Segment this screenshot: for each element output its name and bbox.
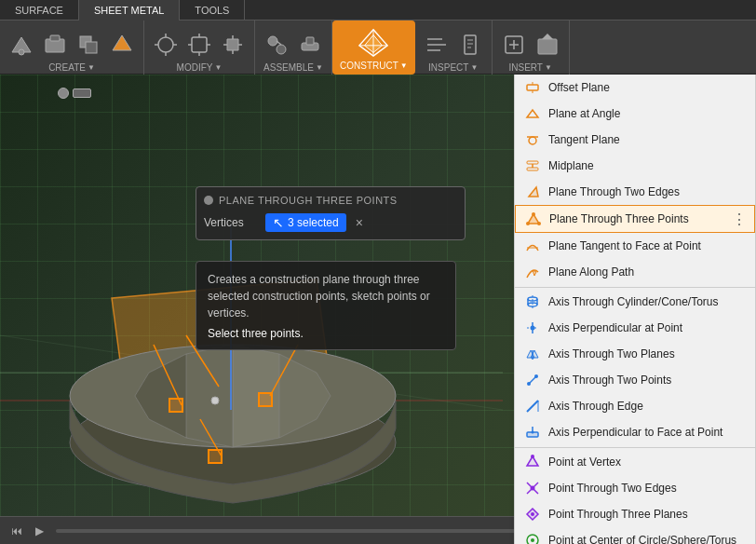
insert-icon-2[interactable] [532,29,563,61]
timeline-back-btn[interactable]: ⏮ [7,522,26,540]
construct-menu: Offset Plane Plane at Angle Tangent Plan… [514,75,756,544]
svg-point-79 [531,486,535,491]
axis-perp-face-icon [524,424,541,441]
menu-label-axis-perp-point: Axis Perpendicular at Point [548,321,682,334]
svg-rect-39 [209,450,222,463]
menu-label-midplane: Midplane [548,159,594,172]
menu-item-midplane[interactable]: Midplane [515,153,755,179]
menu-item-plane-three-points[interactable]: Plane Through Three Points ⋮ [515,205,755,233]
svg-point-53 [537,222,541,225]
tab-sheet-metal[interactable]: SHEET METAL [79,0,180,20]
midplane-icon [524,157,541,174]
menu-label-axis-two-points: Axis Through Two Points [548,374,671,387]
menu-item-tangent-plane[interactable]: Tangent Plane [515,127,755,153]
menu-item-axis-two-points[interactable]: Axis Through Two Points [515,367,755,393]
tooltip-box: Creates a construction plane through thr… [196,261,456,350]
menu-item-axis-edge[interactable]: Axis Through Edge [515,393,755,419]
svg-rect-47 [527,168,538,170]
menu-label-plane-along-path: Plane Along Path [548,265,634,279]
dialog-selected-text: 3 selected [288,216,339,229]
menu-item-plane-two-edges[interactable]: Plane Through Two Edges [515,179,755,205]
svg-point-76 [531,455,534,458]
svg-point-74 [532,431,534,434]
move-icon-3[interactable] [217,29,249,61]
menu-item-axis-perp-face[interactable]: Axis Perpendicular to Face at Point [515,419,755,445]
plane-three-points-more-icon[interactable]: ⋮ [732,211,747,228]
assemble-icon-2[interactable] [294,29,326,61]
move-icon-1[interactable] [150,29,182,61]
point-two-edges-icon [524,480,541,496]
menu-label-tangent-plane: Tangent Plane [548,133,620,146]
modify-dropdown-arrow: ▼ [214,63,222,72]
construct-dropdown-arrow: ▼ [400,61,408,70]
menu-item-axis-cyl[interactable]: Axis Through Cylinder/Cone/Torus [515,287,755,315]
create-icon-3[interactable] [73,29,104,61]
svg-line-69 [529,376,536,384]
axis-cyl-icon [524,293,541,310]
menu-label-axis-cyl: Axis Through Cylinder/Cone/Torus [548,295,719,308]
svg-point-83 [531,538,534,542]
svg-point-44 [529,137,536,144]
toolbar-group-inspect: INSPECT ▼ [415,20,493,75]
tab-tools[interactable]: TOOLS [180,0,245,20]
dialog-header: PLANE THROUGH THREE POINTS [204,195,457,206]
menu-label-point-three-planes: Point Through Three Planes [548,508,688,521]
axis-two-planes-icon [524,346,541,362]
assemble-dropdown-arrow: ▼ [316,63,323,72]
create-icon-2[interactable] [39,29,71,61]
create-icon-1[interactable] [6,29,37,61]
svg-rect-41 [527,85,538,90]
menu-label-point-vertex: Point at Vertex [548,456,621,469]
toolbar-group-move: MODIFY ▼ [144,20,255,75]
point-center-icon [524,532,541,544]
menu-item-axis-perp-point[interactable]: Axis Perpendicular at Point [515,315,755,341]
svg-marker-25 [542,34,553,39]
move-icon-2[interactable] [183,29,215,61]
assemble-label[interactable]: ASSEMBLE ▼ [263,62,323,73]
dialog-close-button[interactable]: × [356,215,363,230]
menu-label-point-two-edges: Point Through Two Edges [548,482,677,495]
menu-item-point-center[interactable]: Point at Center of Circle/Sphere/Torus [515,527,755,544]
tab-surface[interactable]: SURFACE [0,0,79,20]
svg-marker-49 [529,187,538,197]
menu-item-point-two-edges[interactable]: Point Through Two Edges [515,475,755,501]
assemble-icon-1[interactable] [261,29,292,61]
menu-item-plane-along-path[interactable]: Plane Along Path [515,259,755,285]
dialog-title: PLANE THROUGH THREE POINTS [219,195,398,206]
menu-item-axis-two-planes[interactable]: Axis Through Two Planes [515,341,755,367]
insert-label[interactable]: INSERT ▼ [508,62,551,73]
inspect-icon-1[interactable] [421,29,452,61]
svg-line-70 [527,401,538,412]
menu-item-offset-plane[interactable]: Offset Plane [515,75,755,101]
menu-item-plane-tangent-face[interactable]: Plane Tangent to Face at Point [515,233,755,259]
svg-rect-7 [192,37,207,52]
menu-label-axis-two-planes: Axis Through Two Planes [548,347,675,360]
dialog-dot [204,196,213,205]
dialog-row-label: Vertices [204,216,260,229]
tooltip-instruction: Select three points. [208,327,444,340]
create-label[interactable]: CREATE ▼ [48,62,95,73]
inspect-label[interactable]: INSPECT ▼ [428,62,478,73]
insert-icon-1[interactable] [498,29,530,61]
menu-item-point-vertex[interactable]: Point at Vertex [515,447,755,475]
svg-rect-11 [306,37,314,45]
timeline-play-btn[interactable]: ▶ [30,522,48,540]
dialog-value-box[interactable]: ↖ 3 selected [265,213,346,232]
axis-perp-point-icon [524,320,541,336]
create-icon-4[interactable] [106,29,138,61]
menu-item-plane-angle[interactable]: Plane at Angle [515,101,755,127]
svg-rect-37 [169,399,182,412]
point-vertex-icon [524,454,541,470]
construct-label[interactable]: CONSTRUCT ▼ [340,61,408,71]
construct-icon-main[interactable] [358,27,389,59]
menu-item-point-three-planes[interactable]: Point Through Three Planes [515,501,755,527]
svg-rect-46 [527,161,538,164]
menu-label-axis-edge: Axis Through Edge [548,400,643,413]
svg-rect-2 [50,35,60,41]
move-label[interactable]: MODIFY ▼ [177,62,223,73]
tooltip-main-text: Creates a construction plane through thr… [208,271,444,321]
record-bar [73,88,91,98]
svg-point-0 [19,49,24,55]
record-dot [58,88,69,99]
inspect-icon-2[interactable] [454,29,486,61]
